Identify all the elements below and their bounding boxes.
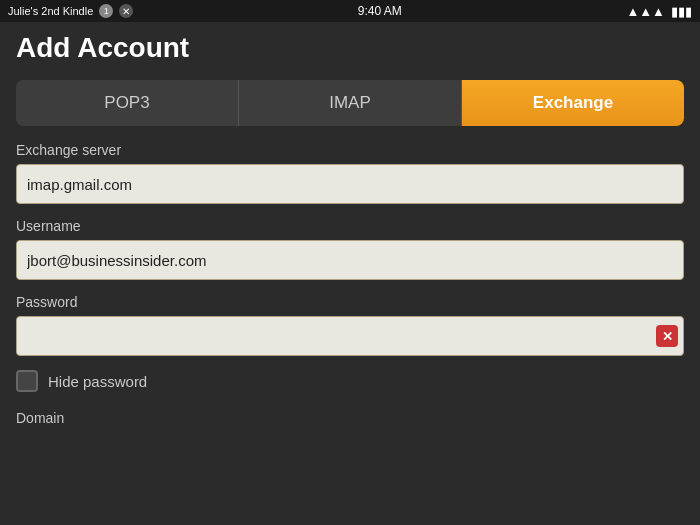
username-field: Username [16, 218, 684, 294]
password-label: Password [16, 294, 684, 310]
password-wrapper: ✕ [16, 316, 684, 356]
tab-imap[interactable]: IMAP [239, 80, 462, 126]
status-bar: Julie's 2nd Kindle 1 ✕ 9:40 AM ▲▲▲ ▮▮▮ [0, 0, 700, 22]
username-input[interactable] [16, 240, 684, 280]
close-icon[interactable]: ✕ [119, 4, 133, 18]
domain-field: Domain [16, 410, 684, 426]
header: Add Account [0, 22, 700, 72]
hide-password-label: Hide password [48, 373, 147, 390]
password-field: Password ✕ [16, 294, 684, 356]
exchange-server-field: Exchange server [16, 142, 684, 218]
form: Exchange server Username Password ✕ Hide… [0, 142, 700, 426]
tab-exchange[interactable]: Exchange [462, 80, 684, 126]
battery-icon: ▮▮▮ [671, 4, 692, 19]
status-time: 9:40 AM [358, 4, 402, 18]
hide-password-row: Hide password [16, 370, 684, 392]
username-label: Username [16, 218, 684, 234]
status-left: Julie's 2nd Kindle 1 ✕ [8, 4, 133, 18]
tab-pop3[interactable]: POP3 [16, 80, 239, 126]
tab-bar: POP3 IMAP Exchange [16, 80, 684, 126]
page-title: Add Account [16, 32, 684, 64]
exchange-server-input[interactable] [16, 164, 684, 204]
status-right: ▲▲▲ ▮▮▮ [626, 4, 692, 19]
hide-password-checkbox[interactable] [16, 370, 38, 392]
clear-password-button[interactable]: ✕ [656, 325, 678, 347]
domain-label: Domain [16, 410, 684, 426]
device-name: Julie's 2nd Kindle [8, 5, 93, 17]
exchange-server-label: Exchange server [16, 142, 684, 158]
wifi-icon: ▲▲▲ [626, 4, 665, 19]
password-input[interactable] [16, 316, 684, 356]
notification-badge: 1 [99, 4, 113, 18]
